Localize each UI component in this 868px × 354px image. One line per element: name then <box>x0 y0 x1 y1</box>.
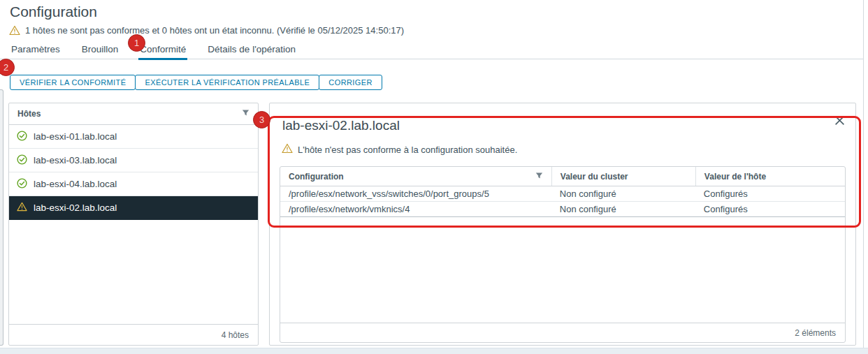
bottom-edge-strip <box>0 348 868 354</box>
table-row[interactable]: /profile/esx/network/vmknics/4 Non confi… <box>280 202 845 217</box>
host-name: lab-esxi-02.lab.local <box>34 202 117 213</box>
hosts-count: 4 hôtes <box>222 330 249 340</box>
host-detail-panel: lab-esxi-02.lab.local L'hôte n'est pas c… <box>269 103 856 346</box>
host-name: lab-esxi-01.lab.local <box>34 131 117 142</box>
config-path-cell: /profile/esx/network/vmknics/4 <box>280 202 551 216</box>
compliance-status-text: 1 hôtes ne sont pas conformes et 0 hôtes… <box>25 25 404 36</box>
config-path-cell: /profile/esx/network_vss/switches/0/port… <box>280 186 551 201</box>
host-value-cell: Configurés <box>695 186 845 201</box>
check-circle-icon <box>17 154 27 167</box>
column-header-label: Configuration <box>289 172 344 182</box>
cluster-value-cell: Non configuré <box>551 186 695 201</box>
tab-details-operation[interactable]: Détails de l'opération <box>206 42 297 60</box>
table-header-row: Configuration Valeur du cluster Valeur d… <box>280 167 845 186</box>
filter-funnel-icon[interactable] <box>535 172 543 182</box>
warning-triangle-icon <box>282 143 293 156</box>
tab-conformite[interactable]: Conformité <box>138 42 187 60</box>
warning-triangle-icon <box>17 202 27 214</box>
column-header-label: Valeur du cluster <box>560 172 628 182</box>
hosts-header-label: Hôtes <box>17 109 41 119</box>
host-value-cell: Configurés <box>695 202 845 216</box>
close-icon[interactable] <box>832 113 846 127</box>
tab-brouillon[interactable]: Brouillon <box>80 42 120 60</box>
check-circle-icon <box>17 131 27 143</box>
column-header-label: Valeur de l'hôte <box>704 172 766 182</box>
filter-funnel-icon[interactable] <box>242 109 249 119</box>
column-header-cluster-value[interactable]: Valeur du cluster <box>551 167 695 186</box>
table-empty-space <box>280 217 845 323</box>
right-edge-divider <box>863 0 864 354</box>
detail-warning-text: L'hôte n'est pas conforme à la configura… <box>298 145 517 155</box>
verify-compliance-button[interactable]: VÉRIFIER LA CONFORMITÉ <box>10 75 136 90</box>
hosts-panel-header: Hôtes <box>9 103 258 125</box>
left-scrollbar[interactable] <box>0 89 3 346</box>
warning-triangle-icon <box>9 25 20 36</box>
check-circle-icon <box>17 178 27 191</box>
annotation-badge-3: 3 <box>253 111 270 128</box>
host-list-item[interactable]: lab-esxi-03.lab.local <box>9 149 258 172</box>
host-name: lab-esxi-04.lab.local <box>34 179 117 189</box>
page-title: Configuration <box>10 3 97 20</box>
run-precheck-button[interactable]: EXÉCUTER LA VÉRIFICATION PRÉALABLE <box>135 75 319 90</box>
host-list-item-selected[interactable]: lab-esxi-02.lab.local <box>9 196 258 220</box>
annotation-badge-2: 2 <box>0 59 15 76</box>
detail-warning-row: L'hôte n'est pas conforme à la configura… <box>282 143 517 156</box>
table-items-footer: 2 éléments <box>280 323 845 342</box>
tab-bar: Paramètres Brouillon Conformité Détails … <box>10 42 297 60</box>
host-list-item[interactable]: lab-esxi-01.lab.local <box>9 125 258 149</box>
host-list-item[interactable]: lab-esxi-04.lab.local <box>9 172 258 196</box>
table-row[interactable]: /profile/esx/network_vss/switches/0/port… <box>280 186 845 202</box>
hosts-panel-empty-space <box>9 220 258 324</box>
host-name: lab-esxi-03.lab.local <box>34 155 117 165</box>
hosts-panel: Hôtes lab-esxi-01.lab.local lab-esxi-03.… <box>8 103 259 346</box>
compliance-toolbar: VÉRIFIER LA CONFORMITÉ EXÉCUTER LA VÉRIF… <box>10 75 382 90</box>
cluster-value-cell: Non configuré <box>551 202 695 216</box>
annotation-badge-1: 1 <box>128 34 145 52</box>
compliance-status-row: 1 hôtes ne sont pas conformes et 0 hôtes… <box>9 25 404 36</box>
items-count: 2 éléments <box>795 328 836 338</box>
hosts-count-footer: 4 hôtes <box>9 324 258 345</box>
compliance-table: Configuration Valeur du cluster Valeur d… <box>280 166 846 343</box>
tab-parametres[interactable]: Paramètres <box>10 42 62 60</box>
remediate-button[interactable]: CORRIGER <box>319 75 382 90</box>
column-header-configuration[interactable]: Configuration <box>280 167 551 186</box>
detail-host-title: lab-esxi-02.lab.local <box>282 118 400 133</box>
column-header-host-value[interactable]: Valeur de l'hôte <box>695 167 845 186</box>
